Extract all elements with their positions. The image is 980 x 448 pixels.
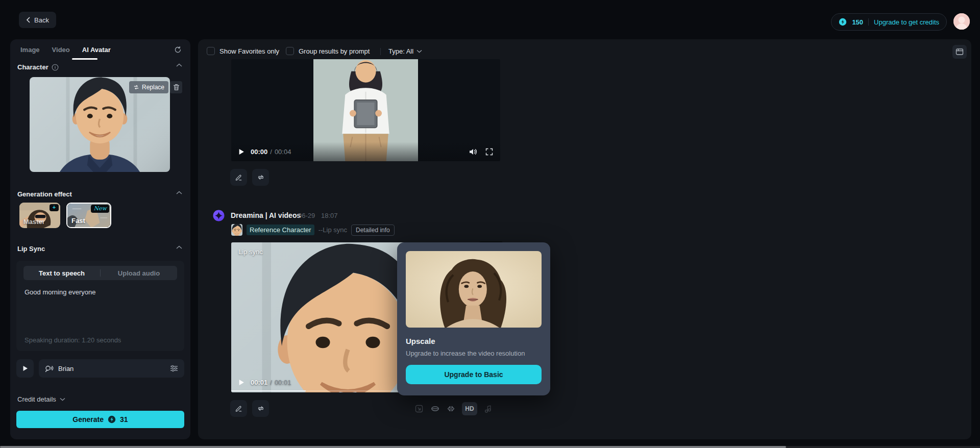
sidebar-tabs: Image Video AI Avatar [20, 46, 111, 54]
trash-icon [173, 84, 180, 91]
credit-coin-icon [839, 18, 847, 26]
credit-details-label: Credit details [17, 395, 56, 403]
upscale-popup: Upscale Upgrade to increase the video re… [397, 242, 550, 395]
master-plus-badge: + [50, 204, 59, 211]
voice-preview-play-button[interactable] [16, 359, 34, 378]
info-icon[interactable] [52, 64, 59, 71]
time-separator: / [270, 148, 272, 156]
group-label: Group results by prompt [299, 47, 370, 55]
avatar-person-icon [953, 13, 970, 30]
flip-compare-icon[interactable] [447, 405, 455, 413]
play-icon [22, 365, 28, 371]
reference-avatar [231, 224, 242, 236]
credits-pill[interactable]: 150 Upgrade to get credits [831, 13, 947, 31]
repeat-icon [257, 405, 265, 412]
active-tab-underline [72, 58, 97, 60]
lip-sync-collapse-icon[interactable] [176, 245, 182, 250]
character-section-header: Character [17, 63, 59, 71]
lip-sync-icon[interactable] [430, 405, 440, 413]
back-label: Back [34, 16, 49, 24]
video2-controls: 00:01 / 00:01 [238, 379, 291, 386]
video1-controls: 00:00 / 00:04 [231, 142, 500, 161]
regenerate-video1-button[interactable] [252, 169, 269, 186]
tab-upload-audio[interactable]: Upload audio [101, 269, 177, 277]
export-frame-icon [414, 404, 424, 413]
upscale-preview-image [406, 251, 542, 328]
video2-total-time: 00:01 [275, 379, 291, 386]
voice-selector[interactable]: Brian [39, 359, 184, 378]
effect-option-master[interactable]: + Master [19, 203, 60, 228]
character-title: Character [17, 63, 48, 71]
generation-effect-collapse-icon[interactable] [176, 191, 182, 195]
video2-current-time: 00:01 [251, 379, 267, 386]
generation-effect-title: Generation effect [17, 190, 72, 198]
generation-effect-header: Generation effect [17, 190, 72, 198]
repeat-icon [257, 173, 265, 181]
tab-image[interactable]: Image [20, 46, 40, 54]
edit-video1-button[interactable] [230, 169, 247, 186]
refresh-icon[interactable] [174, 45, 182, 54]
volume-icon[interactable] [469, 148, 477, 156]
result-video-1[interactable]: 00:00 / 00:04 [231, 59, 500, 161]
voice-speaking-icon [45, 364, 54, 372]
edit-video2-button[interactable] [230, 400, 247, 417]
user-avatar[interactable] [953, 13, 970, 30]
character-collapse-icon[interactable] [176, 63, 182, 67]
music-note-icon [484, 405, 492, 413]
time-separator: / [270, 379, 272, 386]
upgrade-to-basic-button[interactable]: Upgrade to Basic [406, 365, 542, 384]
fullscreen-icon[interactable] [485, 148, 493, 156]
video1-total-time: 00:04 [275, 148, 291, 156]
regenerate-video2-button[interactable] [252, 400, 269, 417]
generate-credit-icon [108, 415, 116, 424]
play-icon[interactable] [238, 379, 244, 386]
generate-button[interactable]: Generate 31 [16, 411, 184, 428]
record-date: 06-29 [298, 212, 315, 219]
record-prompt-row: Reference Character --Lip sync Detailed … [231, 224, 395, 236]
voice-settings-icon[interactable] [170, 365, 178, 372]
generate-label: Generate [72, 415, 104, 424]
replace-button[interactable]: Replace [129, 81, 168, 93]
dreamina-logo-icon [213, 210, 225, 221]
upgrade-link[interactable]: Upgrade to get credits [874, 18, 939, 26]
prompt-text: --Lip sync [318, 226, 347, 234]
type-dropdown[interactable]: Type: All [388, 47, 422, 55]
lip-sync-title: Lip Sync [17, 245, 45, 253]
swap-icon [133, 84, 139, 90]
lip-sync-header: Lip Sync [17, 245, 45, 253]
play-icon[interactable] [238, 148, 244, 155]
fast-label: Fast [71, 217, 85, 225]
speaking-duration: Speaking duration: 1.20 seconds [24, 336, 121, 344]
pencil-icon [235, 173, 242, 181]
lip-sync-box: Text to speech Upload audio Good morning… [16, 261, 184, 351]
hd-upscale-button[interactable]: HD [462, 402, 477, 415]
speech-text-input[interactable]: Good morning everyone [24, 288, 95, 296]
back-button[interactable]: Back [19, 12, 56, 28]
tab-video[interactable]: Video [52, 46, 70, 54]
upscale-title: Upscale [406, 337, 542, 345]
credit-details-toggle[interactable]: Credit details [17, 395, 65, 403]
sidebar-panel: Image Video AI Avatar Character Replace … [10, 39, 190, 439]
tab-ai-avatar[interactable]: AI Avatar [82, 46, 111, 54]
replace-label: Replace [142, 84, 164, 91]
results-panel: Show Favorites only Group results by pro… [198, 39, 971, 439]
favorites-label: Show Favorites only [219, 47, 279, 55]
video2-label: Lip sync [238, 248, 263, 256]
detailed-info-button[interactable]: Detailed info [351, 225, 395, 236]
master-label: Master [23, 218, 45, 226]
chevron-left-icon [26, 17, 31, 23]
voice-name: Brian [58, 365, 165, 372]
horizontal-scrollbar-thumb[interactable] [0, 446, 786, 448]
generate-cost: 31 [120, 415, 128, 424]
group-checkbox[interactable] [286, 47, 294, 55]
effect-option-fast-selected[interactable]: New Fast [66, 203, 111, 228]
delete-character-button[interactable] [170, 81, 182, 93]
tab-text-to-speech[interactable]: Text to speech [23, 269, 100, 277]
pill-divider [868, 18, 869, 26]
record-app-name: Dreamina | AI videos [231, 211, 301, 219]
layout-toggle-button[interactable] [952, 45, 967, 59]
favorites-checkbox[interactable] [207, 47, 215, 55]
video2-tools: HD [414, 402, 492, 415]
type-label: Type: All [388, 47, 413, 55]
collection-icon [955, 48, 964, 56]
